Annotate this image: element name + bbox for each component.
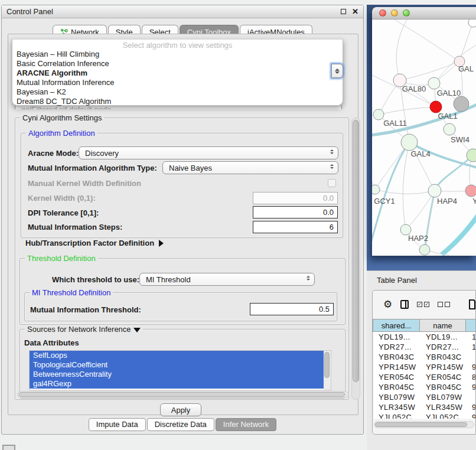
dpi-tolerance-field[interactable]: 0.0 <box>253 206 338 219</box>
table-panel-section: Table Panel ⚙ ✓✓ shared...nameA YDL19...… <box>367 270 476 450</box>
network-view-window[interactable]: GALGAL80GAL10GAL1GAL11SWI4GAL4GCY1HAP4YH… <box>372 7 476 256</box>
network-window-titlebar[interactable] <box>372 7 476 19</box>
which-threshold-select[interactable]: MI Threshold <box>139 273 315 286</box>
algorithm-option[interactable]: Dream8 DC_TDC Algorithm <box>12 97 343 106</box>
table-cell: YBR043C <box>374 352 421 362</box>
table-row[interactable]: YDL19...YDL19...13 <box>374 332 476 342</box>
scrollbar-thumb[interactable] <box>353 120 359 382</box>
panel-title: Control Panel <box>6 7 335 16</box>
float-button[interactable] <box>341 9 346 14</box>
unchecked-pair-icon[interactable] <box>438 302 450 307</box>
algorithm-placeholder: Select algorithm to view settings <box>12 40 343 50</box>
table-cell: 9. <box>467 382 476 392</box>
kernel-width-field[interactable]: 0.0 <box>253 192 338 204</box>
control-panel-titlebar: Control Panel ✕ <box>2 5 363 18</box>
close-button[interactable]: ✕ <box>352 9 358 14</box>
minimize-traffic-light-icon[interactable] <box>391 9 398 17</box>
manual-kernel-checkbox[interactable] <box>328 179 336 187</box>
algorithm-option[interactable]: ARACNE Algorithm <box>12 69 343 78</box>
close-traffic-light-icon[interactable] <box>379 9 386 17</box>
data-attributes-list[interactable]: SelfLoopsTopologicalCoefficientBetweenne… <box>29 350 331 390</box>
which-threshold-value: MI Threshold <box>146 275 191 284</box>
kernel-width-label: Kernel Width (0,1): <box>28 194 96 203</box>
mi-steps-value: 6 <box>330 223 334 231</box>
network-node[interactable] <box>428 184 441 197</box>
node-label-gal: GAL <box>458 64 474 73</box>
table-cell: YPR145W <box>374 362 421 372</box>
mi-type-select[interactable]: Naive Bayes <box>162 161 338 174</box>
network-node[interactable] <box>401 134 418 151</box>
node-label-gal80: GAL80 <box>402 84 426 93</box>
table-row[interactable]: YPR145WYPR145W9. <box>374 362 476 372</box>
network-edge <box>375 142 409 190</box>
bottom-tab-impute-data[interactable]: Impute Data <box>89 418 146 431</box>
network-node[interactable] <box>465 185 476 197</box>
attribute-item-selfloops[interactable]: SelfLoops <box>30 351 324 360</box>
settings-horizontal-scrollbar[interactable] <box>17 391 349 398</box>
algorithm-option[interactable]: Bayesian – K2 <box>12 87 343 97</box>
combo-stepper-icon[interactable] <box>331 64 343 78</box>
table-row[interactable]: YDR27...YDR27...12 <box>374 342 476 352</box>
mi-threshold-field[interactable]: 0.5 <box>250 303 334 315</box>
node-label-gal1: GAL1 <box>438 112 457 120</box>
table-header-row: shared...nameA <box>373 319 476 332</box>
table-cell: YDR27... <box>421 342 467 352</box>
bottom-tabs: Impute DataDiscretize DataInfer Network <box>2 418 363 431</box>
network-node[interactable] <box>372 185 380 194</box>
network-node[interactable] <box>428 77 440 89</box>
attribute-item-topologicalcoefficient[interactable]: TopologicalCoefficient <box>30 360 324 370</box>
algorithm-option[interactable]: Basic Correlation Inference <box>12 59 343 69</box>
gear-icon[interactable]: ⚙ <box>383 298 392 311</box>
attribute-item-betweennesscentrality[interactable]: BetweennessCentrality <box>30 370 324 379</box>
column-header-A[interactable]: A <box>466 319 476 332</box>
table-cell: YLR345W <box>421 402 467 412</box>
settings-group-title: Cyni Algorithm Settings <box>20 113 104 122</box>
network-node[interactable] <box>373 109 384 120</box>
network-node[interactable] <box>468 19 476 27</box>
table-row[interactable]: YJL052CYJL052C9. <box>374 412 476 419</box>
algorithm-option[interactable]: Mutual Information Inference <box>12 78 343 87</box>
mi-threshold-group-title: MI Threshold Definition <box>30 288 113 297</box>
zoom-traffic-light-icon[interactable] <box>403 9 410 17</box>
scrollbar-thumb[interactable] <box>324 352 330 378</box>
column-header-shared[interactable]: shared... <box>373 319 420 332</box>
collapsed-panel-icon[interactable] <box>2 445 15 450</box>
algorithm-definition-title: Algorithm Definition <box>26 129 97 138</box>
table-horizontal-scrollbar[interactable] <box>374 421 474 428</box>
table-row[interactable]: YBR045CYBR045C9. <box>374 382 476 392</box>
sources-group-title[interactable]: Sources for Network Inference <box>25 325 143 334</box>
network-canvas[interactable]: GALGAL80GAL10GAL1GAL11SWI4GAL4GCY1HAP4YH… <box>372 19 476 256</box>
network-node[interactable] <box>444 123 455 135</box>
bottom-tab-infer-network[interactable]: Infer Network <box>216 418 276 431</box>
hub-definition-toggle[interactable]: Hub/Transcription Factor Definition <box>25 239 164 247</box>
table-row[interactable]: YLR345WYLR345W9. <box>374 402 476 412</box>
mi-steps-field[interactable]: 6 <box>253 221 338 233</box>
split-columns-icon[interactable] <box>400 300 409 309</box>
algorithm-list: Bayesian – Hill ClimbingBasic Correlatio… <box>12 50 343 106</box>
table-row[interactable]: YBL079WYBL079W <box>374 392 476 402</box>
which-threshold-label: Which threshold to use: <box>52 275 139 284</box>
table-cell <box>467 352 476 362</box>
algorithm-option[interactable]: Bayesian – Hill Climbing <box>12 50 343 59</box>
network-node[interactable] <box>430 101 442 113</box>
document-icon[interactable] <box>469 299 475 309</box>
bottom-tab-discretize-data[interactable]: Discretize Data <box>147 418 214 431</box>
table-cell: 9. <box>467 402 476 412</box>
network-node[interactable] <box>454 96 469 112</box>
table-panel-title: Table Panel <box>377 276 417 285</box>
scrollbar-thumb[interactable] <box>375 422 467 427</box>
node-label-swi4: SWI4 <box>451 135 470 144</box>
list-vertical-scrollbar[interactable] <box>324 351 331 390</box>
table-row[interactable]: YBR043CYBR043C <box>374 352 476 362</box>
checked-pair-icon[interactable]: ✓✓ <box>417 302 429 307</box>
table-cell: YER054C <box>374 372 421 382</box>
node-label-y: Y <box>472 197 476 206</box>
attribute-item-gal4rgexp[interactable]: gal4RGexp <box>30 379 324 389</box>
column-header-name[interactable]: name <box>420 319 466 332</box>
table-row[interactable]: YER054CYER054C8. <box>374 372 476 382</box>
aracne-mode-select[interactable]: Discovery <box>79 146 338 159</box>
settings-vertical-scrollbar[interactable] <box>351 118 360 400</box>
scrollbar-thumb[interactable] <box>19 392 345 397</box>
network-node[interactable] <box>419 244 430 255</box>
apply-button[interactable]: Apply <box>160 403 201 416</box>
